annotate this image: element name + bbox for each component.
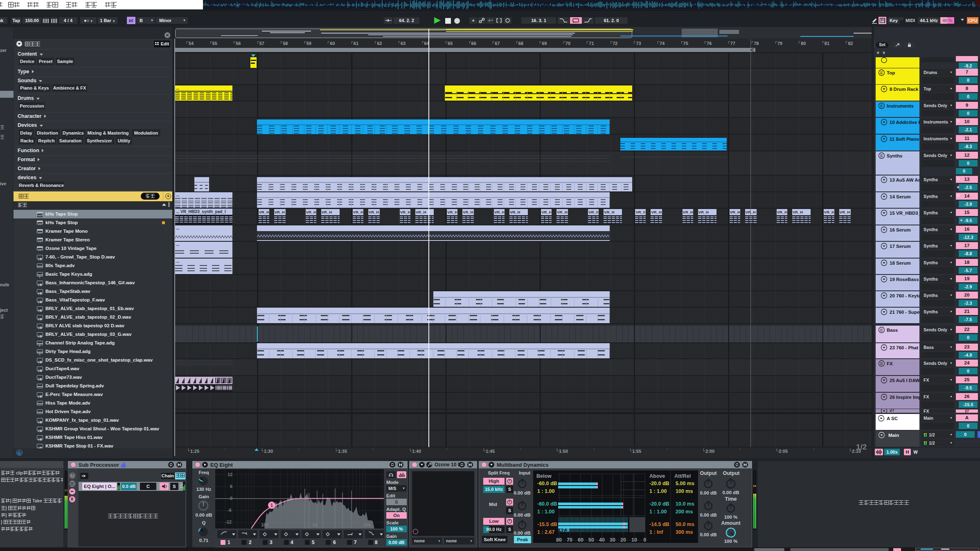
svg-text:1 : 2.67: 1 : 2.67 [537,529,554,535]
svg-text:1 : 1.00: 1 : 1.00 [649,509,667,515]
svg-text:VST: VST [38,232,43,234]
svg-text:200 ms: 200 ms [676,509,693,515]
svg-text:70: 70 [567,537,572,543]
svg-text:50.0 ms: 50.0 ms [676,522,694,527]
svg-text:-6: -6 [228,508,232,513]
svg-text:20: 20 [620,537,626,543]
svg-text:Below: Below [536,473,552,479]
svg-text:-14.5 dB: -14.5 dB [649,522,669,527]
svg-text:+7.9: +7.9 [559,527,570,533]
svg-text:6: 6 [230,484,232,489]
svg-text:10.0 ms: 10.0 ms [676,501,694,507]
svg-text:0: 0 [230,496,232,501]
svg-text:VST: VST [38,240,43,243]
svg-text:30: 30 [610,537,615,543]
svg-text:-20.0 dB: -20.0 dB [649,481,669,486]
svg-text:1k: 1k [312,522,318,527]
svg-text:10k: 10k [363,522,371,527]
svg-text:1 : 1.00: 1 : 1.00 [537,509,554,515]
svg-text:Att/Rel: Att/Rel [674,473,691,479]
svg-text:50: 50 [588,537,594,543]
svg-text:40: 40 [599,537,605,543]
svg-text:300 ms: 300 ms [676,529,693,535]
svg-text:Above: Above [649,473,665,479]
svg-text:10: 10 [631,537,637,543]
svg-text:1 : Inf: 1 : Inf [649,529,663,535]
svg-text:-20.0 dB: -20.0 dB [649,501,669,507]
svg-text:1 : 1.00: 1 : 1.00 [649,488,667,494]
svg-text:80: 80 [556,537,562,543]
svg-text:1 : 1.00: 1 : 1.00 [537,488,554,494]
svg-text:0: 0 [644,537,647,543]
svg-text:VST: VST [38,223,43,225]
svg-text:60: 60 [578,537,583,543]
svg-text:100 ms: 100 ms [676,488,693,494]
svg-text:-60.0 dB: -60.0 dB [537,501,557,507]
svg-text:1: 1 [270,503,273,508]
svg-text:VST: VST [38,249,43,251]
svg-text:-12: -12 [225,520,232,524]
svg-text:VST: VST [38,214,43,217]
svg-text:-60.0 dB: -60.0 dB [537,481,557,486]
svg-text:-15.5 dB: -15.5 dB [537,522,557,527]
svg-text:100: 100 [261,522,268,527]
svg-text:5.00 ms: 5.00 ms [676,481,694,486]
svg-text:12: 12 [228,472,232,477]
